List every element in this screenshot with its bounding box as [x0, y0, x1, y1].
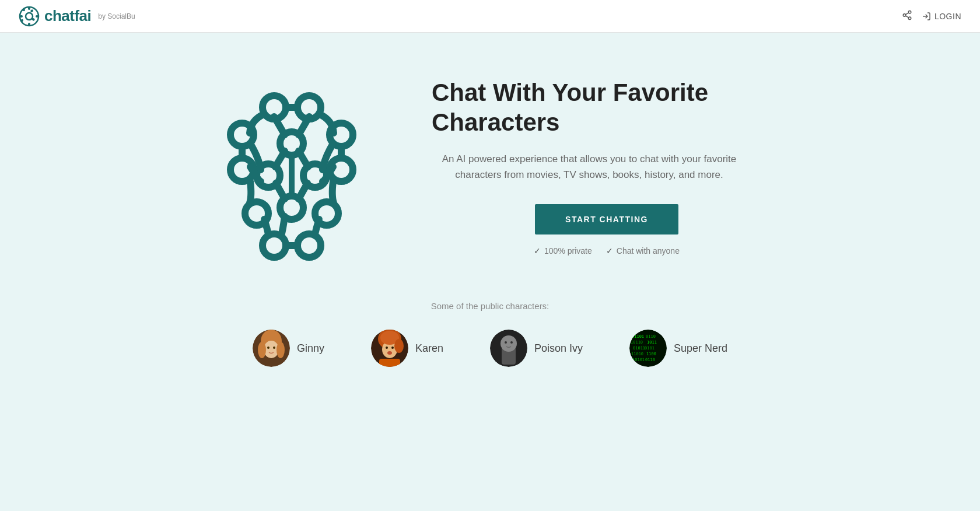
character-name-karen: Karen: [415, 342, 443, 355]
svg-point-60: [510, 341, 513, 344]
svg-rect-8: [30, 9, 33, 12]
chat-anyone-label: Chat with anyone: [617, 246, 680, 256]
check-icon-chat: ✓: [606, 246, 613, 256]
characters-label: Some of the public characters:: [431, 301, 550, 311]
svg-text:11010: 11010: [631, 352, 643, 356]
character-item-karen[interactable]: Karen: [371, 330, 443, 367]
svg-rect-49: [379, 359, 400, 367]
svg-point-55: [394, 339, 404, 353]
header: chatfai by SocialBu LOGIN: [0, 0, 980, 33]
character-name-super-nerd: Super Nerd: [674, 342, 727, 355]
brain-illustration: .brain-path { stroke: #1a6e6e; stroke-wi…: [198, 68, 385, 266]
logo-icon: [19, 6, 40, 27]
svg-point-1: [26, 13, 33, 20]
avatar-ginny: [253, 330, 290, 367]
hero-section: .brain-path { stroke: #1a6e6e; stroke-wi…: [140, 68, 840, 266]
chat-anyone-badge: ✓ Chat with anyone: [606, 246, 680, 256]
main-content: .brain-path { stroke: #1a6e6e; stroke-wi…: [0, 33, 980, 367]
svg-rect-4: [20, 15, 23, 18]
badges-area: ✓ 100% private ✓ Chat with anyone: [534, 246, 680, 256]
login-link[interactable]: LOGIN: [922, 12, 961, 21]
logo-by-text: by SocialBu: [98, 12, 135, 20]
character-name-poison-ivy: Poison Ivy: [534, 342, 583, 355]
svg-text:1100: 1100: [646, 352, 656, 356]
start-chatting-button[interactable]: START CHATTING: [535, 204, 678, 235]
svg-line-14: [905, 12, 908, 14]
character-name-ginny: Ginny: [297, 342, 324, 355]
svg-text:0110: 0110: [646, 334, 656, 339]
svg-rect-3: [28, 23, 30, 26]
logo-area: chatfai by SocialBu: [19, 6, 135, 27]
avatar-karen: [371, 330, 408, 367]
svg-line-34: [299, 183, 307, 199]
svg-point-51: [386, 346, 388, 349]
svg-point-53: [387, 351, 392, 355]
svg-line-33: [276, 183, 285, 199]
svg-rect-5: [36, 15, 38, 18]
login-label: LOGIN: [935, 12, 961, 21]
svg-line-13: [905, 16, 908, 18]
svg-text:01011: 01011: [633, 346, 645, 351]
svg-point-46: [276, 342, 285, 358]
svg-point-52: [391, 346, 394, 349]
logo-text: chatfai: [44, 7, 91, 25]
svg-point-58: [501, 335, 517, 352]
svg-rect-2: [28, 7, 30, 10]
login-icon: [922, 12, 931, 21]
avatar-poison-ivy: [490, 330, 527, 367]
svg-point-43: [267, 346, 270, 349]
svg-point-45: [258, 342, 266, 358]
svg-point-59: [505, 341, 507, 344]
characters-list: Ginny: [253, 330, 727, 367]
character-item-poison-ivy[interactable]: Poison Ivy: [490, 330, 583, 367]
character-item-super-nerd[interactable]: 01101 10110 01011 11010 10101 0110 1011 …: [629, 330, 727, 367]
private-label: 100% private: [544, 246, 592, 256]
header-right: LOGIN: [902, 10, 961, 23]
svg-line-31: [275, 151, 285, 167]
svg-text:10110: 10110: [631, 340, 643, 345]
svg-text:10101: 10101: [632, 358, 645, 362]
share-icon[interactable]: [902, 10, 912, 23]
hero-description: An AI powered experience that allows you…: [432, 151, 747, 183]
check-icon-private: ✓: [534, 246, 541, 256]
private-badge: ✓ 100% private: [534, 246, 592, 256]
svg-point-44: [273, 346, 275, 349]
svg-text:01101: 01101: [632, 334, 644, 339]
hero-title: Chat With Your Favorite Characters: [432, 78, 782, 137]
svg-text:0110: 0110: [645, 358, 655, 362]
character-item-ginny[interactable]: Ginny: [253, 330, 324, 367]
avatar-super-nerd: 01101 10110 01011 11010 10101 0110 1011 …: [629, 330, 667, 367]
hero-text-area: Chat With Your Favorite Characters An AI…: [432, 78, 782, 255]
svg-text:1011: 1011: [647, 340, 657, 345]
svg-text:0101: 0101: [645, 346, 654, 351]
svg-line-32: [299, 151, 308, 167]
characters-section: Some of the public characters:: [253, 301, 727, 367]
